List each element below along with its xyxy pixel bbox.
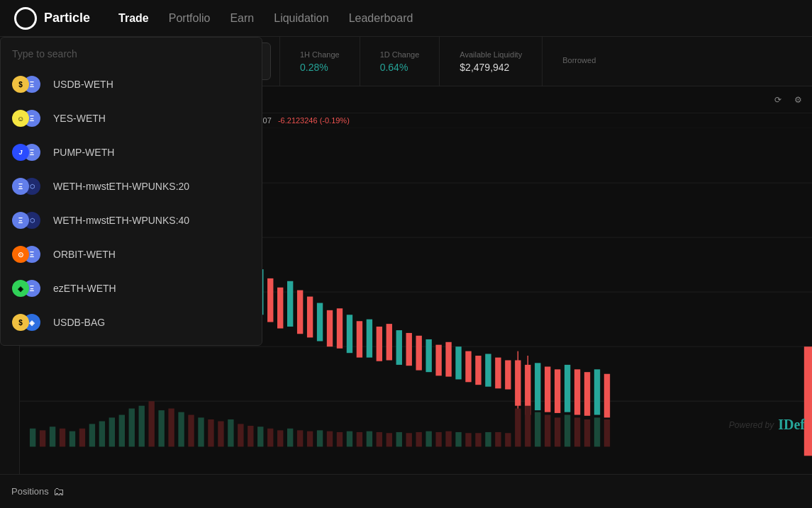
navbar: Particle Trade Portfolio Earn Liquidatio… — [0, 0, 812, 37]
usdb-bag-name: USDB-BAG — [53, 317, 105, 328]
svg-rect-121 — [515, 409, 521, 447]
nav-trade[interactable]: Trade — [118, 12, 149, 25]
stat-liquidity: Available Liquidity $2,479,942 — [439, 37, 542, 86]
search-item-usdb-weth[interactable]: $ Ξ USDB-WETH — [1, 67, 262, 101]
logo-icon — [14, 7, 37, 30]
svg-rect-122 — [525, 406, 530, 447]
svg-rect-120 — [505, 433, 511, 446]
svg-rect-119 — [495, 432, 501, 447]
bottom-bar: Positions 🗂 — [0, 474, 812, 508]
yes-weth-name: YES-WETH — [53, 113, 106, 124]
svg-rect-96 — [267, 429, 273, 447]
svg-rect-36 — [277, 288, 283, 329]
svg-rect-40 — [317, 303, 323, 342]
svg-rect-46 — [377, 327, 382, 361]
svg-rect-85 — [158, 410, 164, 446]
nav-earn[interactable]: Earn — [230, 12, 254, 25]
stat-liq-label: Available Liquidity — [460, 50, 522, 59]
svg-rect-102 — [327, 431, 333, 447]
svg-rect-72 — [30, 429, 35, 447]
svg-rect-51 — [426, 339, 431, 372]
svg-rect-109 — [396, 432, 402, 447]
svg-rect-79 — [99, 422, 105, 447]
weth-mwst-40-icons: Ξ ⬡ — [12, 210, 46, 230]
stat-1d-change: 1D Change 0.64% — [360, 37, 440, 86]
search-item-usdb-bag[interactable]: $ ◈ USDB-BAG — [1, 305, 262, 339]
yes-weth-icons: ☺ Ξ — [12, 108, 46, 128]
svg-rect-41 — [327, 310, 333, 346]
nav-leaderboard[interactable]: Leaderboard — [349, 12, 413, 25]
svg-rect-44 — [357, 321, 362, 357]
settings-icon[interactable]: ⚙ — [790, 94, 806, 106]
nav-liquidation[interactable]: Liquidation — [274, 12, 328, 25]
stat-1h-change: 1H Change 0.28% — [279, 37, 360, 86]
svg-rect-113 — [435, 432, 441, 447]
nav-portfolio[interactable]: Portfolio — [169, 12, 211, 25]
svg-rect-59 — [505, 360, 511, 389]
svg-rect-39 — [307, 297, 313, 338]
svg-rect-129 — [594, 417, 600, 446]
svg-rect-45 — [367, 320, 372, 358]
search-item-weth-mwst-40[interactable]: Ξ ⬡ WETH-mwstETH-WPUNKS:40 — [1, 203, 262, 237]
svg-rect-56 — [475, 356, 481, 385]
svg-rect-111 — [416, 432, 422, 447]
svg-rect-68 — [574, 369, 580, 414]
svg-rect-128 — [584, 419, 590, 447]
svg-rect-73 — [40, 430, 45, 446]
svg-rect-115 — [455, 432, 461, 447]
svg-rect-99 — [297, 430, 303, 446]
svg-rect-75 — [60, 429, 65, 447]
weth-icon-left-4: Ξ — [12, 178, 29, 195]
stat-liq-value: $2,479,942 — [460, 62, 509, 73]
svg-rect-98 — [287, 429, 293, 447]
svg-rect-48 — [396, 330, 402, 365]
search-item-orbit-weth[interactable]: ⊙ Ξ ORBIT-WETH — [1, 237, 262, 271]
stat-1h-label: 1H Change — [300, 50, 340, 59]
svg-rect-105 — [357, 432, 362, 447]
search-dropdown: Type to search $ Ξ USDB-WETH ☺ Ξ YES-WET… — [0, 37, 262, 346]
stat-1d-label: 1D Change — [380, 50, 420, 59]
svg-rect-47 — [386, 324, 392, 360]
orbit-weth-icons: ⊙ Ξ — [12, 244, 46, 264]
logo: Particle — [14, 7, 90, 30]
svg-rect-101 — [317, 430, 323, 446]
svg-rect-84 — [149, 401, 155, 446]
search-item-pump-weth[interactable]: J Ξ PUMP-WETH — [1, 135, 262, 169]
svg-rect-82 — [129, 409, 135, 447]
powered-by-text: Powered by — [729, 420, 774, 430]
orbit-icon-left: ⊙ — [12, 246, 29, 263]
ezeth-icon-left: ◈ — [12, 280, 29, 297]
svg-rect-131 — [804, 346, 812, 456]
search-item-yes-weth[interactable]: ☺ Ξ YES-WETH — [1, 101, 262, 135]
svg-rect-97 — [277, 430, 283, 446]
svg-rect-95 — [257, 427, 263, 446]
svg-rect-64 — [535, 363, 540, 410]
change-val: -6.2123246 (-0.19%) — [278, 116, 350, 125]
svg-rect-77 — [79, 429, 85, 447]
usdb-bag-icons: $ ◈ — [12, 312, 46, 332]
toolbar-right: ⟳ ⚙ — [770, 94, 806, 106]
positions-text: Positions — [11, 486, 49, 497]
search-item-ezeth-weth[interactable]: ◈ Ξ ezETH-WETH — [1, 271, 262, 305]
svg-rect-106 — [367, 431, 372, 447]
svg-rect-117 — [475, 433, 481, 446]
svg-rect-38 — [297, 290, 303, 334]
svg-rect-89 — [198, 417, 204, 446]
svg-rect-42 — [337, 308, 343, 349]
svg-rect-81 — [119, 415, 125, 447]
svg-rect-94 — [248, 426, 253, 447]
stat-borrow-label: Borrowed — [562, 56, 596, 64]
svg-rect-54 — [455, 346, 461, 379]
svg-rect-88 — [188, 415, 194, 447]
svg-rect-80 — [109, 417, 115, 446]
search-item-weth-mwst-20[interactable]: Ξ ⬡ WETH-mwstETH-WPUNKS:20 — [1, 169, 262, 203]
svg-rect-125 — [555, 417, 560, 446]
svg-rect-52 — [435, 345, 441, 376]
svg-rect-43 — [347, 315, 352, 353]
orbit-weth-name: ORBIT-WETH — [53, 249, 116, 260]
positions-section[interactable]: Positions 🗂 — [11, 485, 65, 498]
pump-weth-icons: J Ξ — [12, 142, 46, 162]
refresh-icon[interactable]: ⟳ — [770, 94, 786, 106]
stat-borrowed: Borrowed — [542, 37, 616, 86]
svg-rect-90 — [208, 419, 213, 447]
